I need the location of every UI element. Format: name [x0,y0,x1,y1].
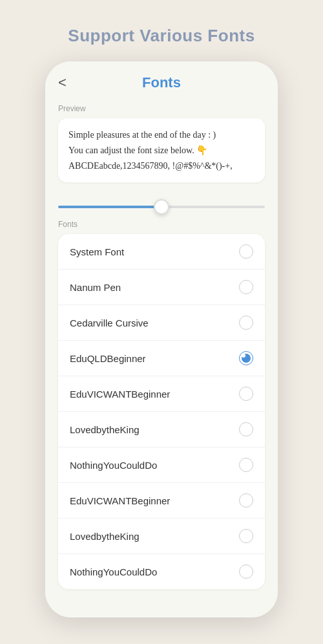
font-item-name: NothingYouCouldDo [70,460,157,471]
radio-center-dot [242,354,245,358]
fonts-section: Fonts System FontNanum PenCedarville Cur… [45,217,278,617]
radio-button[interactable] [239,351,253,365]
radio-button[interactable] [239,564,253,579]
font-item-name: LovedbytheKing [70,531,140,542]
font-list-item[interactable]: System Font [58,234,265,270]
font-list-item[interactable]: EduQLDBeginner [58,341,265,376]
font-item-name: LovedbytheKing [70,424,140,435]
font-list-item[interactable]: LovedbytheKing [58,412,265,447]
radio-button[interactable] [239,422,253,436]
preview-box: Simple pleasures at the end of the day :… [58,118,265,182]
fonts-list: System FontNanum PenCedarville CursiveEd… [58,234,265,589]
font-list-item[interactable]: EduVICWANTBeginner [58,483,265,519]
radio-button[interactable] [239,529,253,543]
page-title: Support Various Fonts [68,26,255,46]
font-size-slider-container [45,190,278,217]
preview-line-2: You can adjust the font size below. 👇 [68,143,255,158]
phone-frame: < Fonts Preview Simple pleasures at the … [45,61,278,617]
radio-button[interactable] [239,316,253,330]
screen-title: Fonts [142,74,181,91]
radio-button[interactable] [239,493,253,508]
preview-line-1: Simple pleasures at the end of the day :… [68,127,255,143]
radio-button[interactable] [239,387,253,401]
font-item-name: NothingYouCouldDo [70,566,157,577]
preview-label: Preview [58,104,265,113]
font-item-name: EduQLDBeginner [70,353,146,364]
radio-button[interactable] [239,280,253,294]
font-list-item[interactable]: NothingYouCouldDo [58,554,265,589]
radio-inner-dot [242,354,251,363]
radio-button[interactable] [239,244,253,259]
font-item-name: EduVICWANTBeginner [70,389,170,400]
font-item-name: EduVICWANTBeginner [70,495,170,506]
font-list-item[interactable]: EduVICWANTBeginner [58,376,265,412]
header: < Fonts [45,61,278,98]
preview-line-3: ABCDEabcde,1234567890, !@#$%^&*()-+, [68,158,255,174]
font-list-item[interactable]: NothingYouCouldDo [58,447,265,483]
font-list-item[interactable]: Cedarville Cursive [58,305,265,341]
font-list-item[interactable]: Nanum Pen [58,270,265,305]
font-item-name: System Font [70,246,124,257]
phone-inner: < Fonts Preview Simple pleasures at the … [45,61,278,617]
font-item-name: Nanum Pen [70,282,121,293]
font-size-slider[interactable] [58,206,265,208]
radio-button[interactable] [239,458,253,472]
back-button[interactable]: < [58,74,67,91]
fonts-label: Fonts [58,220,265,229]
font-item-name: Cedarville Cursive [70,317,149,328]
preview-section: Preview Simple pleasures at the end of t… [45,98,278,190]
font-list-item[interactable]: LovedbytheKing [58,519,265,554]
